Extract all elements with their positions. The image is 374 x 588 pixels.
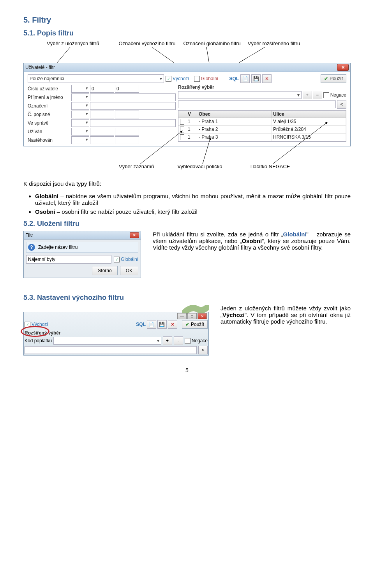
close-icon[interactable]: ✕ (198, 313, 207, 319)
annot-global-marker: Označení globálního filtru (183, 40, 240, 46)
plus-icon[interactable]: + (163, 336, 172, 345)
search-input[interactable] (178, 100, 336, 108)
maximize-icon[interactable]: □ (187, 313, 197, 319)
check-icon: ✔ (324, 76, 328, 81)
annot-extended-select: Výběr rozšířeného filtru (248, 40, 300, 46)
save-filter-icon[interactable]: 💾 (251, 74, 261, 83)
annotation-top-arrows (23, 47, 351, 63)
heading-nastaveni: 5.3. Nastavení výchozího filtru (23, 294, 351, 302)
global-checkbox[interactable]: Globální (194, 76, 219, 82)
help-icon: ? (28, 244, 35, 251)
intro-paragraph: K dispozici jsou dva typy filtrů: (23, 180, 351, 187)
table-row[interactable]: 1 - Praha 1 V aleji 1/35 (178, 118, 346, 126)
window-title: Uživatelé - filtr (25, 65, 55, 70)
extended-combo[interactable] (178, 91, 302, 99)
collapse-icon[interactable]: < (337, 100, 346, 109)
minimize-icon[interactable]: ― (177, 313, 187, 319)
annotation-bottom-arrows (23, 146, 351, 166)
kod-combo[interactable] (53, 337, 161, 345)
checkbox-icon (185, 338, 191, 344)
global-checkbox[interactable]: Globální (114, 257, 138, 262)
save-filter-dialog: Filtr ✕ ? Zadejte název filtru Nájemní b… (23, 231, 141, 278)
checkbox-icon (114, 257, 120, 262)
delete-filter-icon[interactable]: ✕ (168, 320, 177, 329)
cancel-button[interactable]: Storno (92, 266, 117, 275)
annotation-top-row: Výběr z uložených filtrů Označení výchoz… (23, 40, 351, 46)
checkbox-icon (194, 76, 200, 82)
checkbox-icon (166, 76, 171, 82)
apply-button[interactable]: ✔ Použít (182, 320, 208, 329)
negace-checkbox[interactable]: Negace (185, 338, 208, 344)
search-input[interactable] (25, 346, 197, 354)
check-icon: ✔ (185, 322, 189, 327)
extended-select-label: Rozšířený výběr (178, 85, 346, 90)
annot-saved-filters: Výběr z uložených filtrů (47, 40, 99, 46)
ok-button[interactable]: OK (120, 266, 138, 275)
delete-filter-icon[interactable]: ✕ (262, 74, 272, 83)
new-filter-icon[interactable]: 📄 (240, 74, 250, 83)
value-input-2[interactable]: 0 (115, 85, 139, 93)
save-filter-paragraph: Při ukládání filtru si zvolíte, zda se j… (153, 231, 351, 251)
checkbox-icon (25, 322, 30, 327)
checkbox-icon (323, 92, 329, 98)
table-row[interactable]: 1 - Praha 3 HRNCIRSKA 3/15 (178, 134, 346, 141)
default-checkbox[interactable]: Výchozí (166, 76, 189, 82)
collapse-icon[interactable]: < (198, 346, 208, 354)
kod-label: Kód poplatku (25, 338, 52, 343)
annot-default-marker: Označení výchozího filtru (118, 40, 175, 46)
heading-popis-filtru: 5.1. Popis filtru (23, 29, 351, 37)
new-filter-icon[interactable]: 📄 (147, 320, 156, 329)
close-icon[interactable]: ✕ (337, 64, 349, 71)
default-filter-paragraph: Jeden z uložených filtrů můžete vždy zvo… (221, 305, 351, 325)
sql-toggle[interactable]: SQL (136, 322, 146, 327)
negace-checkbox[interactable]: Negace (323, 92, 346, 98)
minus-icon[interactable]: - (174, 336, 183, 345)
field-row: Číslo uživatele 0 0 (28, 85, 176, 93)
sql-toggle[interactable]: SQL (229, 76, 239, 81)
value-input[interactable]: 0 (90, 85, 114, 93)
dialog-title: Filtr (25, 232, 33, 238)
close-icon[interactable]: ✕ (130, 232, 139, 238)
heading-ulozeni: 5.2. Uložení filtru (23, 220, 351, 228)
page-number: 5 (23, 367, 351, 373)
extended-select-label: Rozšířený výběr (25, 330, 208, 336)
heading-filtry: 5. Filtry (23, 16, 351, 25)
save-filter-icon[interactable]: 💾 (157, 320, 167, 329)
default-filter-screenshot: ― □ ✕ Výchozí SQL 📄 💾 ✕ ✔ Použít (23, 312, 209, 356)
default-checkbox[interactable]: Výchozí (25, 322, 48, 327)
op-combo[interactable] (71, 85, 89, 93)
plus-icon[interactable]: + (303, 91, 312, 99)
apply-button[interactable]: ✔ Použít (321, 74, 346, 83)
filter-name-input[interactable]: Nájemní byty (26, 255, 111, 264)
minus-icon[interactable]: − (313, 91, 322, 99)
saved-filter-combo[interactable]: Pouze nájemníci (28, 74, 164, 83)
filter-types-list: Globální – nabídne se všem uživatelům pr… (35, 193, 351, 215)
dialog-prompt: Zadejte název filtru (38, 245, 78, 250)
records-table: V Obec Ulice 1 - Praha 1 V aleji 1/35 1 … (178, 110, 346, 142)
filter-window: Uživatelé - filtr ✕ Pouze nájemníci Vých… (23, 63, 351, 146)
